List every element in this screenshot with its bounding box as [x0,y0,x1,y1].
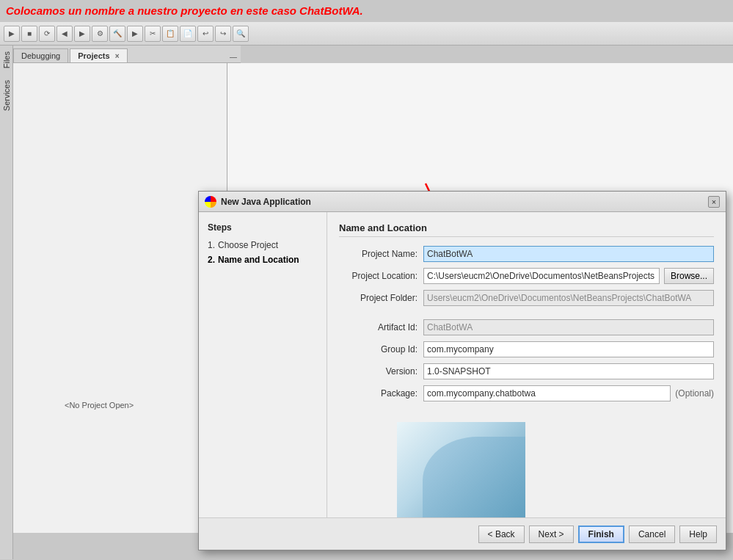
toolbar-btn-14[interactable]: 🔍 [233,26,249,42]
left-panel: <No Project Open> [13,63,227,533]
steps-image [397,422,525,517]
project-folder-row: Project Folder: [339,290,714,306]
form-section-title: Name and Location [339,222,714,237]
toolbar-btn-9[interactable]: ✂ [145,26,161,42]
sidebar-tab-services[interactable]: Services [0,74,13,117]
dialog-app-icon [205,196,216,208]
package-label: Package: [339,388,423,399]
package-input[interactable] [423,385,671,401]
toolbar-btn-12[interactable]: ↩ [197,26,214,42]
dialog-footer: < Back Next > Finish Cancel Help [199,517,726,550]
step-1-num: 1. [208,240,215,250]
dialog-close-button[interactable]: × [708,196,720,208]
version-label: Version: [339,366,423,377]
project-name-label: Project Name: [339,249,423,259]
optional-label: (Optional) [675,388,714,399]
package-row: Package: (Optional) [339,385,714,401]
toolbar-btn-5[interactable]: ▶ [74,26,90,42]
group-id-row: Group Id: [339,341,714,357]
toolbar-btn-6[interactable]: ⚙ [92,26,108,42]
artifact-id-row: Artifact Id: [339,319,714,335]
steps-panel: Steps 1. Choose Project 2. Name and Loca… [199,212,327,517]
group-id-input[interactable] [423,341,714,357]
toolbar: ▶ ■ ⟳ ◀ ▶ ⚙ 🔨 ▶ ✂ 📋 📄 ↩ ↪ 🔍 [0,22,733,46]
tab-projects-label: Projects [78,51,109,60]
toolbar-btn-3[interactable]: ⟳ [39,26,55,42]
annotation-text: Colocamos un nombre a nuestro proyecto e… [6,4,363,17]
dialog-titlebar: New Java Application × [199,192,726,212]
steps-title: Steps [208,222,318,233]
artifact-id-input[interactable] [423,319,714,335]
artifact-id-label: Artifact Id: [339,322,423,332]
toolbar-btn-10[interactable]: 📋 [162,26,178,42]
step-2-label: Name and Location [218,255,299,265]
toolbar-btn-13[interactable]: ↪ [215,26,231,42]
project-location-label: Project Location: [339,271,423,281]
version-row: Version: [339,363,714,379]
finish-button[interactable]: Finish [578,526,624,543]
no-project-label: <No Project Open> [65,401,134,410]
project-location-row: Project Location: Browse... [339,268,714,284]
back-button[interactable]: < Back [478,526,525,543]
sidebar-tab-files[interactable]: Files [0,46,13,74]
project-folder-label: Project Folder: [339,293,423,303]
step-2: 2. Name and Location [208,255,318,265]
help-button[interactable]: Help [679,526,717,543]
dialog-title: New Java Application [221,197,708,207]
version-input[interactable] [423,363,714,379]
toolbar-btn-8[interactable]: ▶ [127,26,143,42]
toolbar-btn-11[interactable]: 📄 [180,26,196,42]
sidebar-tabs: Files Services [0,46,13,559]
steps-image-shape [423,437,525,517]
cancel-button[interactable]: Cancel [629,526,675,543]
tab-bar: Debugging Projects × — [13,46,241,63]
toolbar-btn-4[interactable]: ◀ [56,26,73,42]
new-java-application-dialog: New Java Application × Steps 1. Choose P… [198,191,726,550]
project-folder-input[interactable] [423,290,714,306]
project-name-row: Project Name: [339,246,714,262]
toolbar-btn-1[interactable]: ▶ [4,26,20,42]
step-1-label: Choose Project [218,240,278,250]
tab-projects[interactable]: Projects × [70,48,127,62]
step-1: 1. Choose Project [208,240,318,250]
project-name-input[interactable] [423,246,714,262]
tab-projects-close[interactable]: × [115,52,120,60]
step-2-num: 2. [208,255,215,265]
form-panel: Name and Location Project Name: Project … [327,212,726,517]
project-location-input[interactable] [423,268,660,284]
toolbar-btn-2[interactable]: ■ [21,26,37,42]
tab-debugging-label: Debugging [21,51,60,60]
tab-minimize-btn[interactable]: — [226,51,241,62]
browse-button[interactable]: Browse... [664,268,714,284]
tab-debugging[interactable]: Debugging [13,48,68,62]
toolbar-btn-7[interactable]: 🔨 [109,26,125,42]
group-id-label: Group Id: [339,344,423,354]
next-button[interactable]: Next > [529,526,574,543]
